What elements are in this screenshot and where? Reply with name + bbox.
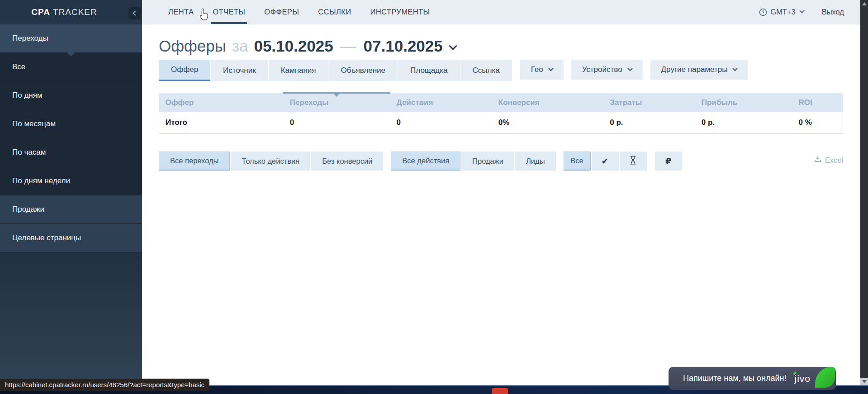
vertical-scrollbar[interactable] <box>860 0 868 385</box>
filter-vse-deystviya[interactable]: Все действия <box>391 152 460 171</box>
column-header-konversiya[interactable]: Конверсия <box>492 93 603 112</box>
tab-kampaniya[interactable]: Кампания <box>269 60 328 81</box>
total-roi: 0 % <box>792 112 843 133</box>
timezone-selector[interactable]: GMT+3 <box>759 8 803 16</box>
filter-status-approved-button[interactable]: ✔ <box>592 152 619 171</box>
report-preposition: за <box>232 37 248 55</box>
filter-payout-button[interactable]: ₽ <box>655 152 682 171</box>
table-header-row: Оффер Переходы Действия Конверсия Затрат… <box>159 93 843 112</box>
sidebar-item-label: По часам <box>12 148 46 157</box>
sorted-column-indicator <box>283 92 390 94</box>
total-zatraty: 0 р. <box>603 112 695 133</box>
dropdown-label: Гео <box>531 65 543 74</box>
export-label: Excel <box>825 156 843 165</box>
timezone-label: GMT+3 <box>770 8 795 16</box>
tab-obyavlenie[interactable]: Объявление <box>328 60 398 81</box>
top-navigation: ЛЕНТА ОТЧЕТЫ ОФФЕРЫ ССЫЛКИ ИНСТРУМЕНТЫ G… <box>142 0 860 24</box>
filter-status-pending-button[interactable] <box>620 152 647 171</box>
report-table-wrap: Оффер Переходы Действия Конверсия Затрат… <box>159 93 843 134</box>
filter-tolko-deystviya[interactable]: Только действия <box>231 152 310 171</box>
filter-group-traffic: Все переходы Только действия Без конверс… <box>159 152 384 171</box>
date-dash: — <box>341 37 356 55</box>
total-perehody: 0 <box>284 112 390 133</box>
sidebar-item-prodazhi[interactable]: Продажи <box>0 195 142 224</box>
filter-vse-perehody[interactable]: Все переходы <box>159 152 230 171</box>
column-header-offer[interactable]: Оффер <box>159 93 284 112</box>
sidebar-item-po-dnyam[interactable]: По дням <box>0 81 142 110</box>
sidebar-item-label: Целевые страницы <box>12 233 81 242</box>
table-row-total: Итого 0 0 0% 0 р. 0 р. 0 % <box>159 112 843 133</box>
filters-row: Все переходы Только действия Без конверс… <box>159 152 843 171</box>
sidebar-item-vse[interactable]: Все <box>0 53 142 81</box>
filter-status-vse[interactable]: Все <box>564 152 591 171</box>
taskbar-red-icon[interactable] <box>492 388 508 394</box>
column-header-zatraty[interactable]: Затраты <box>603 93 695 112</box>
filter-group-status: Все ✔ <box>564 152 648 171</box>
sidebar-item-po-dnyam-nedeli[interactable]: По дням недели <box>0 167 142 195</box>
dropdown-label: Устройство <box>582 65 622 74</box>
sidebar-item-label: Все <box>12 62 25 71</box>
dropdown-geo[interactable]: Гео <box>520 60 564 80</box>
total-pribyl: 0 р. <box>695 112 792 133</box>
nav-item-offery[interactable]: ОФФЕРЫ <box>262 0 301 24</box>
filter-lidy[interactable]: Лиды <box>515 152 556 171</box>
chevron-down-icon <box>799 8 804 13</box>
tab-ploshchadka[interactable]: Площадка <box>398 60 460 81</box>
export-excel-link[interactable]: Excel <box>814 156 843 165</box>
app-logo: CPA TRACKER <box>31 7 97 17</box>
logo-bold: CPA <box>31 7 50 17</box>
jivo-logo: jivo <box>794 373 811 384</box>
total-konversiya: 0% <box>492 112 603 133</box>
report-entity: Офферы <box>159 37 226 55</box>
column-header-roi[interactable]: ROI <box>792 93 843 112</box>
nav-item-otchety[interactable]: ОТЧЕТЫ <box>211 0 247 24</box>
sidebar-item-perehody[interactable]: Переходы <box>0 24 142 53</box>
filter-bez-konversiy[interactable]: Без конверсий <box>311 152 383 171</box>
download-icon <box>814 156 821 165</box>
nav-right-group: GMT+3 Выход <box>759 0 860 24</box>
report-table: Оффер Переходы Действия Конверсия Затрат… <box>159 93 843 134</box>
logout-link[interactable]: Выход <box>822 8 844 16</box>
column-header-deystviya[interactable]: Действия <box>390 93 492 112</box>
dropdown-drugie-parametry[interactable]: Другие параметры <box>650 60 748 80</box>
browser-status-url: https://cabinet.cpatracker.ru/users/4825… <box>0 379 209 391</box>
date-from[interactable]: 05.10.2025 <box>254 37 333 55</box>
scroll-up-icon[interactable] <box>862 2 867 5</box>
sidebar-item-celevye-stranicy[interactable]: Целевые страницы <box>0 224 142 252</box>
tab-ssylka[interactable]: Ссылка <box>460 60 512 81</box>
scroll-down-icon <box>862 380 867 383</box>
sidebar-collapse-button[interactable] <box>128 7 141 19</box>
date-range-chevron-icon[interactable] <box>449 42 457 50</box>
column-header-pribyl[interactable]: Прибыль <box>695 93 792 112</box>
chat-widget[interactable]: Напишите нам, мы онлайн! jivo <box>669 367 836 390</box>
sidebar-item-label: Продажи <box>12 205 44 214</box>
chevron-left-icon <box>133 10 138 15</box>
tab-istochnik[interactable]: Источник <box>211 60 268 81</box>
dropdown-ustroystvo[interactable]: Устройство <box>571 60 643 80</box>
clock-icon <box>759 8 767 16</box>
dropdown-label: Другие параметры <box>661 65 728 74</box>
sidebar-item-label: По месяцам <box>12 119 56 128</box>
sidebar: CPA TRACKER Переходы Все По дням По меся… <box>0 0 142 385</box>
logo-regular: TRACKER <box>53 7 97 17</box>
chevron-down-icon <box>627 66 632 71</box>
sidebar-header: CPA TRACKER <box>0 0 142 24</box>
dimension-tabs: Оффер Источник Кампания Объявление Площа… <box>159 60 748 81</box>
sidebar-item-po-chasam[interactable]: По часам <box>0 138 142 167</box>
nav-item-ssylki[interactable]: ССЫЛКИ <box>316 0 353 24</box>
chat-message: Напишите нам, мы онлайн! <box>669 374 786 383</box>
nav-item-instrumenty[interactable]: ИНСТРУМЕНТЫ <box>368 0 432 24</box>
filter-group-actions: Все действия Продажи Лиды <box>391 152 556 171</box>
sidebar-item-po-mesyacam[interactable]: По месяцам <box>0 110 142 138</box>
filter-prodazhi[interactable]: Продажи <box>461 152 514 171</box>
total-deystviya: 0 <box>390 112 492 133</box>
date-to[interactable]: 07.10.2025 <box>364 37 443 55</box>
sidebar-item-label: По дням <box>12 91 43 100</box>
nav-item-lenta[interactable]: ЛЕНТА <box>166 0 195 24</box>
total-label: Итого <box>159 112 284 133</box>
tab-offer[interactable]: Оффер <box>159 60 210 81</box>
scroll-down-button[interactable] <box>860 378 868 385</box>
chevron-down-icon <box>548 66 553 71</box>
jivo-leaf-icon <box>815 367 835 388</box>
hourglass-icon <box>629 155 637 167</box>
